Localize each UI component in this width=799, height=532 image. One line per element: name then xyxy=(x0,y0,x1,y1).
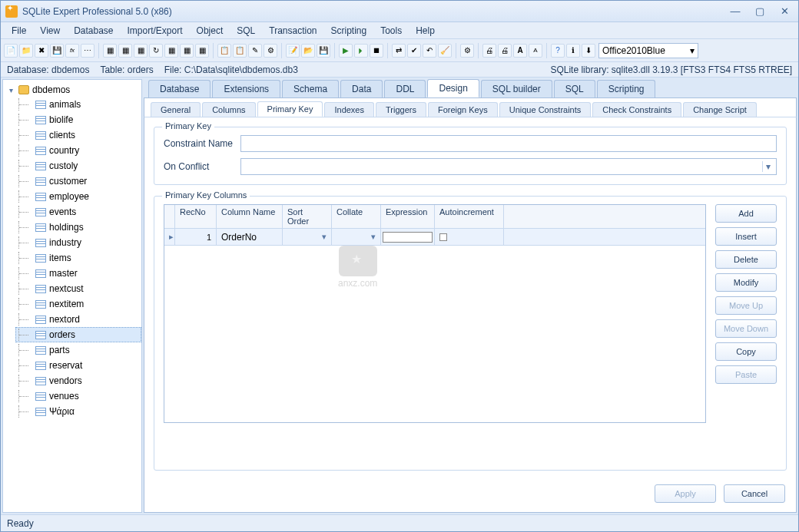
subtab-check-constraints[interactable]: Check Constraints xyxy=(592,102,681,117)
tb-properties[interactable]: ⚙ xyxy=(264,44,277,58)
cancel-button[interactable]: Cancel xyxy=(724,484,785,503)
col-expression[interactable]: Expression xyxy=(381,205,435,228)
tab-sql[interactable]: SQL xyxy=(554,80,595,97)
col-recno[interactable]: RecNo xyxy=(175,205,217,228)
add-button[interactable]: Add xyxy=(715,204,777,223)
subtab-columns[interactable]: Columns xyxy=(202,102,255,117)
tb-rename[interactable]: ✎ xyxy=(248,44,262,58)
tree-item-master[interactable]: master xyxy=(15,266,141,281)
tree-item-holdings[interactable]: holdings xyxy=(15,220,141,235)
db-tree[interactable]: ▾ dbdemos animalsbiolifeclientscountrycu… xyxy=(2,79,142,513)
tb-save[interactable]: 💾 xyxy=(50,44,64,58)
tb-open-db[interactable]: 📁 xyxy=(19,44,33,58)
subtab-change-script[interactable]: Change Script xyxy=(683,102,757,117)
copy-button[interactable]: Copy xyxy=(715,342,777,361)
cell-sort-order[interactable]: ▾ xyxy=(283,229,332,245)
menu-database[interactable]: Database xyxy=(68,23,119,38)
tb-open-sql[interactable]: 📂 xyxy=(301,44,315,58)
tb-commit[interactable]: ✔ xyxy=(407,44,421,58)
tb-copy-obj[interactable]: 📋 xyxy=(217,44,231,58)
menu-object[interactable]: Object xyxy=(191,23,230,38)
tab-design[interactable]: Design xyxy=(427,79,479,97)
tb-stop[interactable]: ⏹ xyxy=(370,44,383,58)
tab-data[interactable]: Data xyxy=(340,80,383,97)
tb-new-trigger[interactable]: ▦ xyxy=(180,44,194,58)
apply-button[interactable]: Apply xyxy=(655,484,716,503)
subtab-foreign-keys[interactable]: Foreign Keys xyxy=(428,102,498,117)
tb-new-index[interactable]: ▦ xyxy=(164,44,178,58)
cell-column-name[interactable]: OrderNo xyxy=(217,229,283,245)
tb-refresh[interactable]: ↻ xyxy=(149,44,163,58)
tree-item-events[interactable]: events xyxy=(15,204,141,220)
close-button[interactable]: ✕ xyxy=(775,5,794,18)
col-sort-order[interactable]: Sort Order xyxy=(283,205,332,228)
tree-item-items[interactable]: items xyxy=(15,250,141,266)
menu-view[interactable]: View xyxy=(34,23,66,38)
menu-import-export[interactable]: Import/Export xyxy=(121,23,189,38)
tree-item-customer[interactable]: customer xyxy=(15,173,141,189)
constraint-name-input[interactable] xyxy=(240,135,777,152)
tree-item-parts[interactable]: parts xyxy=(15,342,141,358)
tree-item-nextord[interactable]: nextord xyxy=(15,312,141,327)
menu-scripting[interactable]: Scripting xyxy=(325,23,373,38)
tb-new-table2[interactable]: ▦ xyxy=(118,44,132,58)
tree-item-Ψάρια[interactable]: Ψάρια xyxy=(15,404,141,419)
menu-file[interactable]: File xyxy=(5,23,32,38)
tb-about[interactable]: ℹ xyxy=(566,44,580,58)
tree-item-nextcust[interactable]: nextcust xyxy=(15,281,141,296)
tb-execute-step[interactable]: ⏵ xyxy=(354,44,368,58)
cell-expression[interactable] xyxy=(381,229,435,245)
movedown-button[interactable]: Move Down xyxy=(715,319,777,338)
tree-item-animals[interactable]: animals xyxy=(15,97,141,112)
tb-new-sql[interactable]: 📝 xyxy=(286,44,300,58)
minimize-button[interactable]: — xyxy=(726,5,744,18)
tree-item-venues[interactable]: venues xyxy=(15,388,141,404)
tab-sql-builder[interactable]: SQL builder xyxy=(481,80,552,97)
menu-sql[interactable]: SQL xyxy=(230,23,261,38)
tree-item-employee[interactable]: employee xyxy=(15,189,141,204)
cell-autoincrement[interactable] xyxy=(435,229,504,245)
tab-ddl[interactable]: DDL xyxy=(384,80,426,97)
pk-columns-grid[interactable]: RecNo Column Name Sort Order Collate Exp… xyxy=(164,204,706,423)
menu-help[interactable]: Help xyxy=(409,23,441,38)
onconflict-combo[interactable]: ▾ xyxy=(240,158,777,175)
col-autoincrement[interactable]: Autoincrement xyxy=(435,205,504,228)
tb-settings[interactable]: ⚙ xyxy=(460,44,474,58)
tb-new-table[interactable]: ▦ xyxy=(103,44,117,58)
tab-database[interactable]: Database xyxy=(148,80,211,97)
tb-paste-obj[interactable]: 📋 xyxy=(233,44,247,58)
tree-item-orders[interactable]: orders xyxy=(15,327,141,342)
tb-ext[interactable]: ⋯ xyxy=(81,44,94,58)
subtab-indexes[interactable]: Indexes xyxy=(324,102,374,117)
tb-save-sql[interactable]: 💾 xyxy=(317,44,330,58)
tb-help[interactable]: ? xyxy=(551,44,565,58)
tb-new-db[interactable]: 📄 xyxy=(4,44,18,58)
tb-execute[interactable]: ▶ xyxy=(339,44,353,58)
tree-root[interactable]: ▾ dbdemos xyxy=(3,83,141,97)
cell-collate[interactable]: ▾ xyxy=(332,229,381,245)
menu-transaction[interactable]: Transaction xyxy=(263,23,323,38)
grid-row[interactable]: ▸ 1 OrderNo ▾ ▾ xyxy=(164,229,705,246)
subtab-primary-key[interactable]: Primary Key xyxy=(257,101,323,117)
delete-button[interactable]: Delete xyxy=(715,250,777,269)
tb-print-preview[interactable]: 🖨 xyxy=(498,44,512,58)
tree-item-industry[interactable]: industry xyxy=(15,235,141,250)
tab-scripting[interactable]: Scripting xyxy=(597,80,656,97)
collapse-icon[interactable]: ▾ xyxy=(6,86,15,94)
menu-tools[interactable]: Tools xyxy=(374,23,408,38)
insert-button[interactable]: Insert xyxy=(715,227,777,246)
subtab-unique-constraints[interactable]: Unique Constraints xyxy=(499,102,592,117)
theme-combo[interactable]: Office2010Blue ▾ xyxy=(598,43,698,58)
tb-font-big[interactable]: A xyxy=(513,44,527,58)
tree-item-custoly[interactable]: custoly xyxy=(15,158,141,173)
tb-vacuum[interactable]: 🧹 xyxy=(438,44,452,58)
paste-button[interactable]: Paste xyxy=(715,365,777,384)
tree-item-clients[interactable]: clients xyxy=(15,127,141,143)
tb-rollback[interactable]: ↶ xyxy=(423,44,436,58)
tb-print[interactable]: 🖨 xyxy=(482,44,496,58)
tb-update[interactable]: ⬇ xyxy=(582,44,595,58)
tree-item-reservat[interactable]: reservat xyxy=(15,358,141,373)
subtab-triggers[interactable]: Triggers xyxy=(376,102,426,117)
subtab-general[interactable]: General xyxy=(151,102,201,117)
tree-item-nextitem[interactable]: nextitem xyxy=(15,296,141,312)
